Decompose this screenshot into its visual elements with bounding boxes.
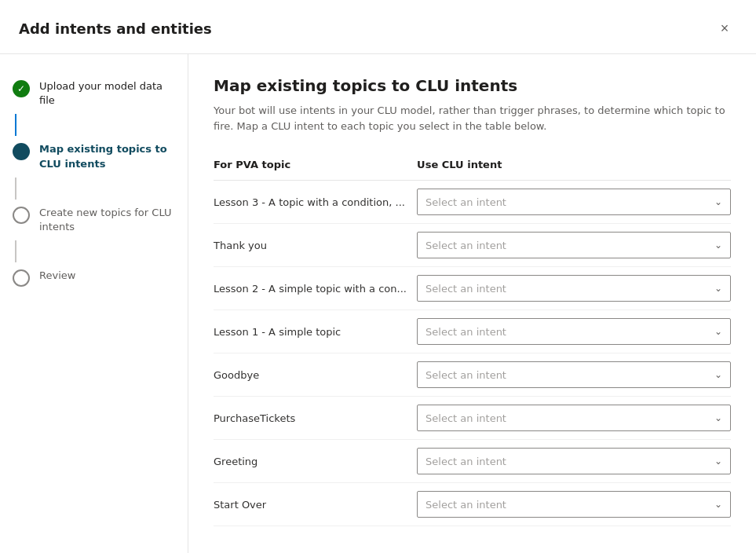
connector-2 [15,178,16,200]
connector-3 [15,240,16,262]
chevron-down-icon: ⌄ [714,369,722,380]
intent-placeholder: Select an intent [425,283,506,295]
table-row: GreetingSelect an intent⌄ [214,440,731,483]
page-title: Map existing topics to CLU intents [214,76,731,95]
intent-placeholder: Select an intent [425,369,506,381]
chevron-down-icon: ⌄ [714,283,722,294]
intent-cell: Select an intent⌄ [417,397,731,440]
intent-dropdown[interactable]: Select an intent⌄ [417,318,731,345]
topic-cell: Start Over [214,483,417,526]
close-icon: × [721,20,729,37]
intent-dropdown[interactable]: Select an intent⌄ [417,232,731,258]
table-row: Start OverSelect an intent⌄ [214,483,731,526]
intent-cell: Select an intent⌄ [417,224,731,267]
intent-dropdown[interactable]: Select an intent⌄ [417,405,731,431]
table-row: GoodbyeSelect an intent⌄ [214,353,731,397]
col-header-intent: Use CLU intent [417,152,731,181]
chevron-down-icon: ⌄ [714,240,722,251]
dialog: Add intents and entities × ✓ Upload your… [0,0,756,553]
intent-cell: Select an intent⌄ [417,310,731,353]
intent-placeholder: Select an intent [425,326,506,338]
sidebar-item-map: Map existing topics to CLU intents [0,136,188,177]
intent-cell: Select an intent⌄ [417,440,731,483]
sidebar: ✓ Upload your model data file Map existi… [0,54,188,553]
intent-dropdown[interactable]: Select an intent⌄ [417,361,731,388]
topic-cell: Goodbye [214,353,417,397]
intent-placeholder: Select an intent [425,456,506,467]
main-content: Map existing topics to CLU intents Your … [188,54,756,553]
topic-cell: Lesson 1 - A simple topic [214,310,417,353]
topic-cell: Thank you [214,224,417,267]
table-row: Thank youSelect an intent⌄ [214,224,731,267]
intent-dropdown[interactable]: Select an intent⌄ [417,448,731,474]
chevron-down-icon: ⌄ [714,412,722,423]
step-icon-review [13,269,30,287]
chevron-down-icon: ⌄ [714,196,722,207]
chevron-down-icon: ⌄ [714,456,722,467]
intent-placeholder: Select an intent [425,240,506,251]
col-header-topic: For PVA topic [214,152,417,181]
topic-cell: PurchaseTickets [214,397,417,440]
intent-dropdown[interactable]: Select an intent⌄ [417,275,731,302]
step-icon-upload: ✓ [13,80,30,97]
table-header-row: For PVA topic Use CLU intent [214,152,731,181]
topic-cell: Greeting [214,440,417,483]
sidebar-item-create: Create new topics for CLU intents [0,200,188,240]
intent-cell: Select an intent⌄ [417,267,731,310]
topic-cell: Lesson 2 - A simple topic with a con... [214,267,417,310]
table-row: Lesson 3 - A topic with a condition, ...… [214,181,731,224]
intent-placeholder: Select an intent [425,412,506,424]
topic-cell: Lesson 3 - A topic with a condition, ... [214,181,417,224]
dialog-title: Add intents and entities [19,20,212,37]
page-description: Your bot will use intents in your CLU mo… [214,103,731,134]
intent-cell: Select an intent⌄ [417,483,731,526]
intent-dropdown[interactable]: Select an intent⌄ [417,189,731,215]
table-row: PurchaseTicketsSelect an intent⌄ [214,397,731,440]
step-label-create: Create new topics for CLU intents [39,206,175,234]
mapping-table: For PVA topic Use CLU intent Lesson 3 - … [214,152,731,526]
intent-dropdown[interactable]: Select an intent⌄ [417,491,731,518]
step-icon-map [13,143,30,160]
dialog-body: ✓ Upload your model data file Map existi… [0,54,756,553]
chevron-down-icon: ⌄ [714,499,722,510]
dialog-header: Add intents and entities × [0,0,756,54]
step-label-review: Review [39,269,75,283]
chevron-down-icon: ⌄ [714,326,722,337]
intent-placeholder: Select an intent [425,499,506,511]
intent-placeholder: Select an intent [425,196,506,208]
close-button[interactable]: × [712,16,737,41]
table-row: Lesson 1 - A simple topicSelect an inten… [214,310,731,353]
step-icon-create [13,207,30,224]
connector-1 [15,114,16,136]
table-row: Lesson 2 - A simple topic with a con...S… [214,267,731,310]
intent-cell: Select an intent⌄ [417,353,731,397]
sidebar-item-review: Review [0,262,188,293]
intent-cell: Select an intent⌄ [417,181,731,224]
step-label-map: Map existing topics to CLU intents [39,142,175,170]
sidebar-item-upload: ✓ Upload your model data file [0,73,188,114]
step-label-upload: Upload your model data file [39,79,175,108]
